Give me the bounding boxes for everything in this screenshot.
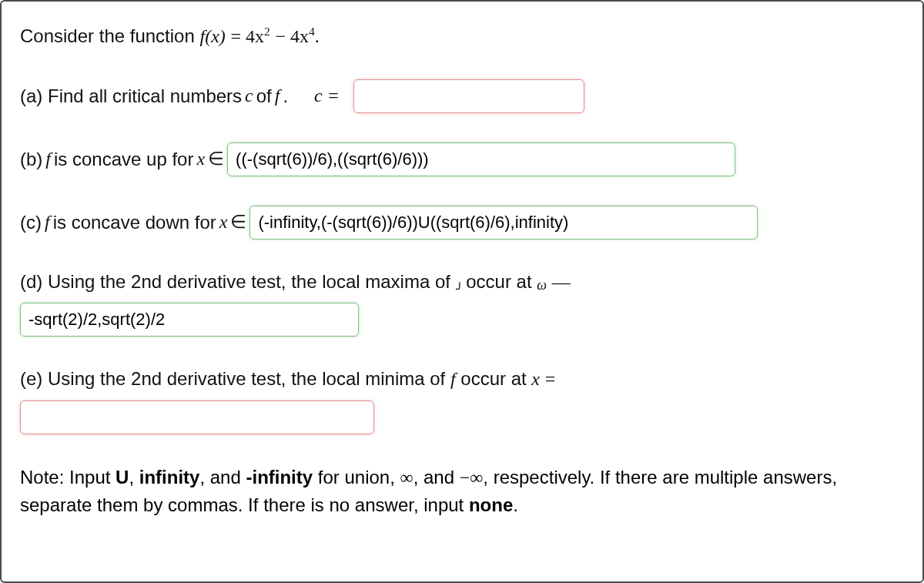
note-none: none [469, 494, 513, 515]
note-inf: infinity [139, 467, 200, 488]
note-c2: , and [199, 467, 246, 488]
part-e-line2 [20, 400, 904, 434]
c-x: x [219, 209, 228, 236]
d-input[interactable] [20, 303, 359, 337]
part-b: (b) f is concave up for x ∈ [20, 142, 904, 176]
note-infsym: ∞ [400, 467, 413, 488]
term2-sup: 4 [309, 25, 315, 38]
part-e-line1: (e) Using the 2nd derivative test, the l… [20, 366, 904, 393]
fx: f(x) [199, 26, 225, 46]
note-text: Note: Input U, infinity, and -infinity f… [20, 464, 904, 519]
note-c1: , [129, 467, 139, 488]
c-mid: is concave down for [53, 209, 216, 236]
minus: − [275, 26, 290, 46]
problem-container: Consider the function f(x) = 4x2 − 4x4. … [0, 0, 924, 583]
part-c: (c) f is concave down for x ∈ [20, 206, 904, 240]
a-input[interactable] [353, 79, 584, 113]
b-f: f [45, 146, 51, 173]
intro-prefix: Consider the function [20, 25, 199, 46]
d-j: ᴊ [456, 277, 461, 293]
e-x: x [531, 369, 540, 389]
eq: = [230, 26, 246, 46]
b-in: ∈ [208, 146, 224, 173]
a-c-eq: c = [314, 83, 340, 109]
part-d-line2 [20, 303, 904, 337]
term2-coef: 4x [290, 26, 309, 46]
e-mid: occur at [460, 368, 531, 389]
part-a: (a) Find all critical numbers c of f. c … [20, 79, 904, 113]
intro-text: Consider the function f(x) = 4x2 − 4x4. [20, 23, 904, 50]
e-input[interactable] [20, 400, 374, 434]
a-label: (a) Find all critical numbers [20, 83, 242, 109]
note-c3: , and [413, 467, 460, 488]
note-dot: . [513, 494, 518, 515]
d-dash: — [552, 272, 571, 292]
intro-period: . [315, 26, 320, 46]
a-f: f [275, 83, 280, 109]
note-pre: Note: Input [20, 467, 116, 488]
c-f: f [45, 209, 50, 236]
d-w: ω [537, 277, 547, 293]
b-pre: (b) [20, 146, 42, 173]
note-ninfsym: −∞ [460, 467, 484, 488]
note-ninf: -infinity [246, 467, 313, 488]
a-of: of [256, 83, 272, 109]
c-input[interactable] [249, 206, 758, 240]
note-mid1: for union, [313, 467, 400, 488]
note-u: U [116, 467, 129, 488]
b-input[interactable] [227, 142, 735, 176]
d-pre: (d) Using the 2nd derivative test, the l… [20, 271, 456, 292]
c-pre: (c) [20, 209, 42, 236]
d-mid: occur at [466, 271, 537, 292]
b-mid: is concave up for [54, 146, 193, 173]
term1-sup: 2 [264, 25, 270, 38]
a-dot: . [283, 83, 288, 109]
e-eq: = [545, 369, 556, 389]
e-f: f [450, 369, 456, 389]
e-pre: (e) Using the 2nd derivative test, the l… [20, 368, 450, 389]
term1-coef: 4x [246, 26, 264, 46]
a-c: c [245, 83, 253, 109]
part-d-line1: (d) Using the 2nd derivative test, the l… [20, 269, 904, 296]
b-x: x [196, 146, 205, 173]
c-in: ∈ [230, 209, 246, 236]
